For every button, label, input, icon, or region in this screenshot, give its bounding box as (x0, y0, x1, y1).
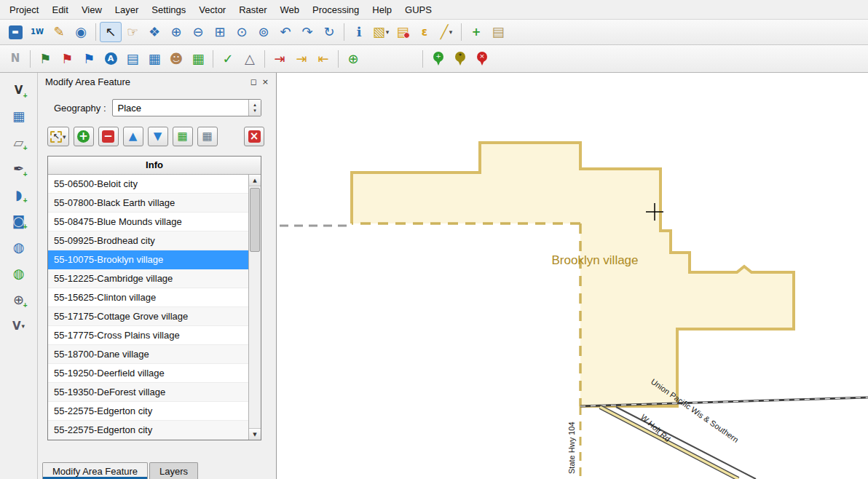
select-arrow-tool[interactable]: ↖ (100, 22, 122, 42)
close-session-tool[interactable]: ⇥ (269, 49, 291, 69)
menu-help[interactable]: Help (366, 1, 398, 18)
feature-form-tool[interactable]: ▤ (122, 49, 143, 69)
node-tool[interactable]: N (4, 49, 26, 69)
table-row[interactable]: 55-19350-DeForest village (48, 383, 248, 402)
cancel-button[interactable]: × (244, 127, 264, 146)
table-row[interactable]: 55-15625-Clinton village (48, 288, 248, 307)
delete-linear-feature-tool[interactable]: ⚑ (56, 49, 78, 69)
pan-arrows-tool[interactable]: ❖ (143, 22, 165, 42)
label-tool[interactable]: A (100, 49, 122, 69)
select-features-tool[interactable]: ▧▾ (370, 22, 392, 42)
globe-add-tool[interactable]: ⊕ (8, 290, 30, 310)
import-data-tool[interactable]: ⇥ (291, 49, 312, 69)
delete-pin-tool[interactable]: × (471, 49, 493, 69)
curve-tool[interactable]: ◗ (8, 185, 30, 205)
area-table-button[interactable]: ▦ (197, 127, 218, 146)
identify-tool[interactable]: ℹ (348, 22, 370, 42)
zoom-layer-tool[interactable]: ⊚ (253, 22, 275, 42)
geography-select[interactable]: Place ▴ ▾ (112, 99, 261, 116)
zoom-to-area-button[interactable]: ▦ (173, 127, 193, 146)
float-panel-button[interactable]: ◻ (250, 77, 257, 87)
profile-tool[interactable]: ☻ (165, 49, 187, 69)
table-row[interactable]: 55-09925-Brodhead city (48, 231, 248, 250)
add-area-feature-tool[interactable]: V (8, 80, 30, 100)
table-row[interactable]: 55-10075-Brooklyn village (48, 250, 248, 269)
export-data-tool[interactable]: ⇤ (312, 49, 334, 69)
measure-tool-glyph: ╱ (441, 25, 449, 39)
validate-tool[interactable]: ✓ (217, 49, 239, 69)
unsaved-edits-icon[interactable]: ▤ (392, 22, 414, 42)
table-row[interactable]: 55-12225-Cambridge village (48, 269, 248, 288)
pan-hand-tool[interactable]: ☞ (122, 22, 143, 42)
polygon-tool[interactable]: ▱ (8, 132, 30, 153)
table-row[interactable]: 55-06500-Beloit city (48, 175, 248, 194)
measure-tool[interactable]: ╱▾ (435, 22, 457, 42)
close-panel-button[interactable]: × (262, 77, 269, 87)
select-features-tool-dropdown-icon[interactable]: ▾ (386, 28, 390, 36)
zoom-full-tool[interactable]: ⊞ (209, 22, 231, 42)
zoom-out-tool[interactable]: ⊖ (187, 22, 209, 42)
tab-layers[interactable]: Layers (149, 462, 198, 479)
table-row[interactable]: 55-18700-Dane village (48, 345, 248, 364)
split-linear-feature-tool[interactable]: ⚑ (78, 49, 100, 69)
menu-vector[interactable]: Vector (192, 1, 232, 18)
menu-settings[interactable]: Settings (145, 1, 192, 18)
sketch-pen-tool[interactable]: ✒ (8, 159, 30, 179)
table-row[interactable]: 55-22575-Edgerton city (48, 402, 248, 421)
menu-raster[interactable]: Raster (232, 1, 273, 18)
save-1w-icon[interactable]: 1W (26, 22, 48, 42)
add-linear-feature-tool[interactable]: ⚑ (34, 49, 56, 69)
summary-table-tool[interactable]: ▦ (187, 49, 209, 69)
select-area-button-dropdown-icon[interactable]: ▾ (63, 133, 66, 140)
zoom-last-tool[interactable]: ↶ (275, 22, 296, 42)
menu-processing[interactable]: Processing (306, 1, 366, 18)
menu-layer[interactable]: Layer (108, 1, 146, 18)
profile-tool-glyph: ☻ (170, 52, 184, 66)
zoom-selection-tool[interactable]: ⊙ (231, 22, 253, 42)
edit-sketch-icon[interactable]: ✎ (48, 22, 70, 42)
vertex-dropdown-tool-dropdown-icon[interactable]: ▾ (22, 322, 25, 330)
move-down-button[interactable]: ▼ (148, 127, 168, 146)
measure-tool-dropdown-icon[interactable]: ▾ (449, 28, 453, 36)
remove-area-button[interactable]: − (98, 127, 119, 146)
attribute-table-tool[interactable]: ▦ (143, 49, 165, 69)
save-project-icon[interactable]: ▬ (4, 22, 26, 42)
scroll-down-icon[interactable]: ▼ (249, 428, 261, 440)
zoom-in-tool[interactable]: ⊕ (165, 22, 187, 42)
table-row[interactable]: 55-07800-Black Earth village (48, 194, 248, 213)
scroll-up-icon[interactable]: ▲ (249, 175, 261, 186)
menu-project[interactable]: Project (3, 1, 45, 18)
table-row[interactable]: 55-22575-Edgerton city (48, 421, 248, 440)
map-globe-icon[interactable]: ◉ (70, 22, 92, 42)
globe-green-tool[interactable]: ◍ (8, 264, 30, 284)
raster-grid-tool[interactable]: ▦ (8, 106, 30, 127)
table-row[interactable]: 55-08475-Blue Mounds village (48, 213, 248, 231)
select-area-button[interactable]: ↖▾ (47, 127, 69, 146)
show-bookmarks-tool[interactable]: ▤ (487, 22, 509, 42)
table-row[interactable]: 55-17175-Cottage Grove village (48, 307, 248, 326)
menu-gups[interactable]: GUPS (398, 1, 438, 18)
menu-web[interactable]: Web (274, 1, 307, 18)
add-area-button[interactable]: + (74, 127, 94, 146)
table-scrollbar[interactable]: ▲ ▼ (248, 175, 261, 440)
combo-arrows-icon[interactable]: ▴ ▾ (248, 100, 261, 116)
add-globe-tool[interactable]: ⊕ (342, 49, 364, 69)
expression-tool[interactable]: ε (414, 22, 435, 42)
menu-edit[interactable]: Edit (45, 1, 74, 18)
zoom-next-tool[interactable]: ↷ (296, 22, 318, 42)
globe-layers-tool[interactable]: ◍ (8, 237, 30, 258)
new-bookmark-tool[interactable]: + (465, 22, 487, 42)
flag-pin-tool[interactable]: * (449, 49, 471, 69)
tab-modify-area-feature[interactable]: Modify Area Feature (42, 462, 148, 479)
vertex-dropdown-tool[interactable]: V▾ (8, 316, 30, 336)
table-row[interactable]: 55-17775-Cross Plains village (48, 326, 248, 345)
geometry-check-tool[interactable]: △ (239, 49, 261, 69)
callout-tool[interactable]: ◙ (8, 211, 30, 231)
menu-view[interactable]: View (75, 1, 108, 18)
move-up-button[interactable]: ▲ (123, 127, 143, 146)
table-row[interactable]: 55-19250-Deerfield village (48, 364, 248, 383)
scrollbar-thumb[interactable] (250, 188, 260, 252)
add-pin-tool[interactable]: + (427, 49, 449, 69)
refresh-map-tool[interactable]: ↻ (318, 22, 340, 42)
map-canvas[interactable]: Brooklyn village Union Pacific Wis & Sou… (277, 73, 868, 479)
